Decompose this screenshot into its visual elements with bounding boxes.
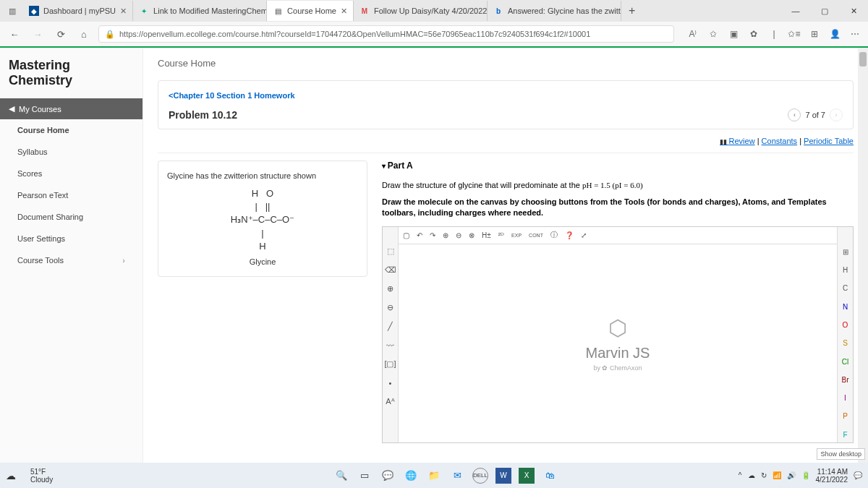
atom-cl[interactable]: Cl [838, 354, 853, 369]
url-input[interactable]: 🔒 https://openvellum.ecollege.com/course… [98, 25, 674, 43]
atom-i[interactable]: I [838, 390, 853, 406]
minimize-button[interactable]: — [781, 1, 810, 21]
tool-minus-icon[interactable]: ⊖ [383, 301, 398, 315]
home-button[interactable]: ⌂ [75, 29, 93, 40]
tool-bond-icon[interactable]: ╱ [383, 320, 398, 334]
back-to-assignment-link[interactable]: <Chapter 10 Section 1 Homework [169, 91, 295, 100]
refresh-button[interactable]: ⟳ [52, 29, 69, 40]
tab-title: Answered: Glycine has the zwitte [508, 7, 621, 15]
star-icon[interactable]: ✩ [706, 29, 720, 39]
marvin-canvas[interactable]: ⬡ Marvin JS by ✿ ChemAxon [399, 227, 837, 442]
review-link[interactable]: Review [720, 137, 755, 145]
collections-icon[interactable]: ⊞ [807, 29, 822, 39]
notifications-icon[interactable]: 💬 [854, 471, 862, 479]
new-tab-button[interactable]: + [621, 4, 642, 17]
tab-bartleby[interactable]: b Answered: Glycine has the zwitte ✕ [488, 1, 621, 21]
atom-br[interactable]: Br [838, 372, 853, 388]
my-courses-link[interactable]: ◀ My Courses [0, 98, 142, 119]
close-icon[interactable]: ✕ [120, 7, 127, 16]
tool-text-icon[interactable]: Aᴬ [383, 395, 398, 409]
nav-course-tools[interactable]: Course Tools › [0, 249, 142, 271]
tool-select-icon[interactable]: ⬚ [383, 244, 398, 259]
atom-periodic-icon[interactable]: ⊞ [838, 244, 853, 260]
mail-icon[interactable]: ✉ [449, 468, 465, 484]
task-view-icon[interactable]: ▭ [357, 468, 373, 484]
scrollbar[interactable] [858, 48, 868, 463]
maximize-button[interactable]: ▢ [810, 1, 839, 21]
nav-etext[interactable]: Pearson eText [0, 184, 142, 206]
atom-o[interactable]: O [838, 317, 853, 333]
atom-s[interactable]: S [838, 335, 853, 351]
edge-icon[interactable]: 🌐 [403, 468, 419, 484]
back-button[interactable]: ← [6, 29, 23, 40]
explorer-icon[interactable]: 📁 [426, 468, 442, 484]
read-aloud-icon[interactable]: A⁾ [686, 29, 700, 39]
atom-p[interactable]: P [838, 408, 853, 424]
search-icon[interactable]: 🔍 [333, 468, 349, 484]
tool-fullscreen-icon[interactable]: ⤢ [581, 231, 587, 239]
nav-user-settings[interactable]: User Settings [0, 228, 142, 249]
nav-scores[interactable]: Scores [0, 163, 142, 184]
tool-template-icon[interactable]: [▢] [383, 357, 398, 372]
wifi-icon[interactable]: 📶 [773, 471, 781, 479]
tool-plus-icon[interactable]: ⊕ [383, 282, 398, 296]
update-icon[interactable]: ↻ [761, 471, 767, 479]
atom-f[interactable]: F [838, 427, 853, 442]
tool-chain-icon[interactable]: 〰 [383, 338, 398, 353]
word-icon[interactable]: W [495, 468, 511, 484]
part-heading[interactable]: Part A [382, 160, 854, 171]
atom-c[interactable]: C [838, 281, 853, 296]
tool-zoomout-icon[interactable]: ⊖ [456, 231, 461, 239]
tool-info-icon[interactable]: ⓘ [550, 230, 558, 240]
tool-zoomfit-icon[interactable]: ⊗ [469, 231, 475, 239]
nav-course-home[interactable]: Course Home [0, 119, 142, 141]
periodic-table-link[interactable]: Periodic Table [804, 137, 854, 145]
close-window-button[interactable]: ✕ [839, 1, 868, 21]
tool-hydrogens-icon[interactable]: H± [482, 231, 491, 239]
tab-mypsu[interactable]: ◆ Dashboard | myPSU ✕ [23, 1, 133, 21]
tool-exp-icon[interactable]: EXP [511, 233, 522, 238]
onedrive-icon[interactable]: ☁ [748, 471, 755, 479]
clock[interactable]: 11:14 AM 4/21/2022 [816, 468, 848, 484]
tool-2d-icon[interactable]: ²ᴰ [498, 231, 504, 239]
extension-icon[interactable]: ✿ [746, 29, 761, 39]
battery-icon[interactable]: 🔋 [801, 471, 810, 479]
tab-gmail[interactable]: M Follow Up Daisy/Katy 4/20/2022 ✕ [354, 1, 488, 21]
prev-problem-button[interactable]: ‹ [788, 108, 801, 121]
tool-new-icon[interactable]: ▢ [403, 231, 409, 239]
tab-mastering[interactable]: ✦ Link to Modified MasteringChem ✕ [133, 1, 267, 21]
scroll-thumb[interactable] [859, 52, 867, 67]
tab-actions-icon[interactable]: ▥ [1, 1, 23, 21]
volume-icon[interactable]: 🔊 [787, 471, 796, 479]
next-problem-button[interactable]: › [830, 108, 843, 121]
profile-icon[interactable]: 👤 [827, 29, 842, 39]
tab-course-home[interactable]: ▤ Course Home ✕ [267, 1, 354, 21]
nav-doc-sharing[interactable]: Document Sharing [0, 206, 142, 228]
tool-cont-icon[interactable]: CONT [529, 233, 543, 238]
close-icon[interactable]: ✕ [341, 7, 347, 16]
forward-button[interactable]: → [29, 29, 46, 40]
chat-icon[interactable]: 💬 [380, 468, 396, 484]
weather-icon[interactable]: ☁ [6, 470, 16, 481]
atom-h[interactable]: H [838, 262, 853, 278]
more-icon[interactable]: ⋯ [848, 29, 862, 39]
tool-help-icon[interactable]: ❓ [565, 231, 574, 239]
atom-n[interactable]: N [838, 299, 853, 314]
tool-erase-icon[interactable]: ⌫ [383, 263, 398, 278]
dell-icon[interactable]: DELL [472, 468, 488, 484]
tab-strip: ▥ ◆ Dashboard | myPSU ✕ ✦ Link to Modifi… [0, 0, 868, 22]
store-icon[interactable]: 🛍 [542, 468, 558, 484]
excel-icon[interactable]: X [519, 468, 535, 484]
favorites-icon[interactable]: ✩≡ [787, 29, 801, 39]
marvin-drawing-widget[interactable]: ▢ ↶ ↷ ⊕ ⊖ ⊗ H± ²ᴰ EXP CONT ⓘ ❓ ⤢ [382, 226, 854, 443]
tool-zoomin-icon[interactable]: ⊕ [443, 231, 448, 239]
nav-syllabus[interactable]: Syllabus [0, 141, 142, 163]
tray-chevron-icon[interactable]: ^ [739, 471, 742, 479]
tool-redo-icon[interactable]: ↷ [430, 231, 435, 239]
start-button[interactable] [310, 468, 326, 484]
weather-widget[interactable]: 51°F Cloudy [30, 468, 53, 484]
tool-radical-icon[interactable]: • [383, 376, 398, 390]
constants-link[interactable]: Constants [762, 137, 798, 145]
shield-icon[interactable]: ▣ [726, 29, 741, 39]
tool-undo-icon[interactable]: ↶ [417, 231, 422, 239]
